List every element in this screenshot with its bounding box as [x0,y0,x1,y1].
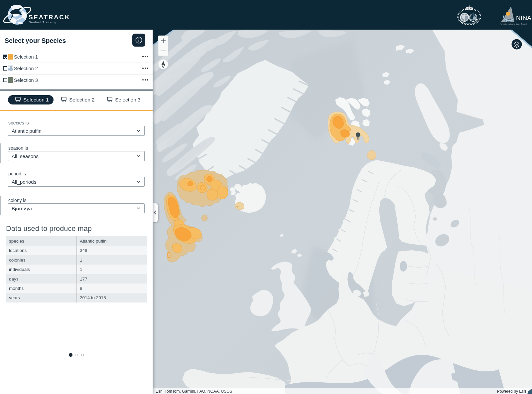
svg-text:NORWEGIAN POLAR INSTITUTE: NORWEGIAN POLAR INSTITUTE [0,0,479,25]
svg-text:NINA: NINA [516,14,531,21]
svg-text:Norwegian Institute for Nature: Norwegian Institute for Nature Research [500,23,527,25]
